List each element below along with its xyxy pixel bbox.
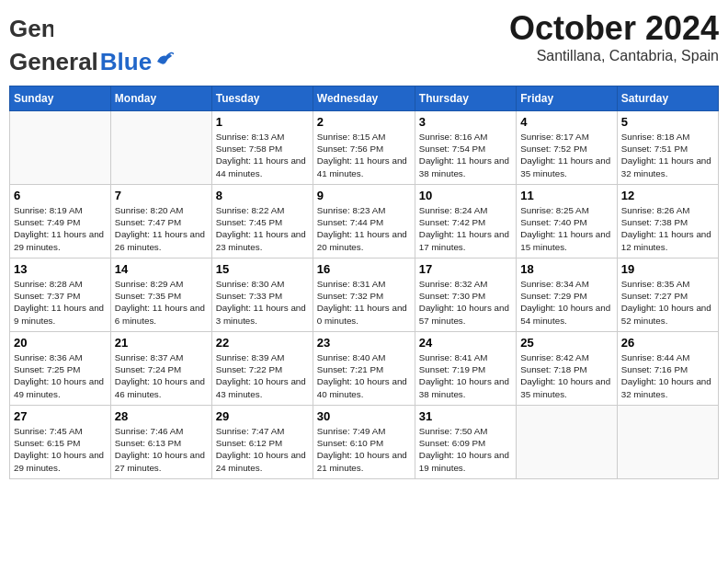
day-info: Sunrise: 8:30 AM Sunset: 7:33 PM Dayligh… bbox=[216, 278, 309, 327]
calendar-cell: 29Sunrise: 7:47 AM Sunset: 6:12 PM Dayli… bbox=[211, 406, 313, 479]
day-number: 15 bbox=[216, 262, 309, 276]
day-number: 30 bbox=[317, 409, 411, 423]
day-number: 3 bbox=[419, 115, 512, 129]
calendar-week-1: 1Sunrise: 8:13 AM Sunset: 7:58 PM Daylig… bbox=[10, 111, 719, 185]
calendar-cell bbox=[10, 111, 111, 185]
day-number: 18 bbox=[520, 262, 613, 276]
calendar-cell: 21Sunrise: 8:37 AM Sunset: 7:24 PM Dayli… bbox=[110, 332, 211, 406]
day-number: 22 bbox=[216, 336, 309, 350]
calendar-cell: 10Sunrise: 8:24 AM Sunset: 7:42 PM Dayli… bbox=[415, 185, 516, 259]
calendar-cell: 7Sunrise: 8:20 AM Sunset: 7:47 PM Daylig… bbox=[110, 185, 211, 259]
month-title: October 2024 bbox=[509, 9, 719, 48]
day-info: Sunrise: 8:13 AM Sunset: 7:58 PM Dayligh… bbox=[216, 131, 309, 179]
calendar-week-5: 27Sunrise: 7:45 AM Sunset: 6:15 PM Dayli… bbox=[10, 406, 719, 479]
day-info: Sunrise: 8:44 AM Sunset: 7:16 PM Dayligh… bbox=[621, 351, 714, 400]
day-info: Sunrise: 8:40 AM Sunset: 7:21 PM Dayligh… bbox=[317, 351, 411, 400]
calendar-week-2: 6Sunrise: 8:19 AM Sunset: 7:49 PM Daylig… bbox=[10, 185, 719, 259]
calendar-cell: 26Sunrise: 8:44 AM Sunset: 7:16 PM Dayli… bbox=[617, 332, 718, 406]
day-number: 25 bbox=[520, 336, 613, 350]
calendar-cell: 2Sunrise: 8:15 AM Sunset: 7:56 PM Daylig… bbox=[313, 111, 415, 185]
day-number: 26 bbox=[621, 336, 714, 350]
day-info: Sunrise: 8:20 AM Sunset: 7:47 PM Dayligh… bbox=[115, 204, 208, 253]
calendar-cell: 22Sunrise: 8:39 AM Sunset: 7:22 PM Dayli… bbox=[211, 332, 313, 406]
calendar-cell: 23Sunrise: 8:40 AM Sunset: 7:21 PM Dayli… bbox=[313, 332, 415, 406]
day-number: 13 bbox=[14, 262, 107, 276]
svg-text:General: General bbox=[9, 15, 53, 42]
day-info: Sunrise: 8:34 AM Sunset: 7:29 PM Dayligh… bbox=[520, 278, 613, 327]
day-number: 27 bbox=[14, 409, 107, 423]
page-header: General General Blue October 2024 Santil… bbox=[9, 9, 719, 76]
day-number: 16 bbox=[317, 262, 411, 276]
header-friday: Friday bbox=[517, 86, 618, 111]
calendar-cell: 13Sunrise: 8:28 AM Sunset: 7:37 PM Dayli… bbox=[10, 259, 111, 332]
calendar-cell: 9Sunrise: 8:23 AM Sunset: 7:44 PM Daylig… bbox=[313, 185, 415, 259]
day-info: Sunrise: 7:45 AM Sunset: 6:15 PM Dayligh… bbox=[14, 425, 107, 474]
day-number: 17 bbox=[419, 262, 512, 276]
day-number: 5 bbox=[621, 115, 714, 129]
day-number: 19 bbox=[621, 262, 714, 276]
day-number: 4 bbox=[520, 115, 613, 129]
day-info: Sunrise: 8:24 AM Sunset: 7:42 PM Dayligh… bbox=[419, 204, 512, 253]
calendar-cell bbox=[617, 406, 718, 479]
header-sunday: Sunday bbox=[10, 86, 111, 111]
calendar-cell: 5Sunrise: 8:18 AM Sunset: 7:51 PM Daylig… bbox=[617, 111, 718, 185]
logo-icon: General bbox=[9, 9, 53, 52]
calendar-cell: 25Sunrise: 8:42 AM Sunset: 7:18 PM Dayli… bbox=[517, 332, 618, 406]
day-info: Sunrise: 8:29 AM Sunset: 7:35 PM Dayligh… bbox=[115, 278, 208, 327]
location-subtitle: Santillana, Cantabria, Spain bbox=[509, 48, 719, 64]
header-thursday: Thursday bbox=[415, 86, 516, 111]
day-number: 20 bbox=[14, 336, 107, 350]
calendar-cell: 19Sunrise: 8:35 AM Sunset: 7:27 PM Dayli… bbox=[617, 259, 718, 332]
calendar-cell: 6Sunrise: 8:19 AM Sunset: 7:49 PM Daylig… bbox=[10, 185, 111, 259]
day-number: 6 bbox=[14, 189, 107, 202]
day-number: 11 bbox=[520, 189, 613, 202]
header-monday: Monday bbox=[110, 86, 211, 111]
calendar-cell: 8Sunrise: 8:22 AM Sunset: 7:45 PM Daylig… bbox=[211, 185, 313, 259]
calendar-cell: 1Sunrise: 8:13 AM Sunset: 7:58 PM Daylig… bbox=[211, 111, 313, 185]
calendar-cell: 30Sunrise: 7:49 AM Sunset: 6:10 PM Dayli… bbox=[313, 406, 415, 479]
day-info: Sunrise: 8:23 AM Sunset: 7:44 PM Dayligh… bbox=[317, 204, 411, 253]
day-info: Sunrise: 8:19 AM Sunset: 7:49 PM Dayligh… bbox=[14, 204, 107, 253]
calendar-cell: 24Sunrise: 8:41 AM Sunset: 7:19 PM Dayli… bbox=[415, 332, 516, 406]
calendar-cell: 17Sunrise: 8:32 AM Sunset: 7:30 PM Dayli… bbox=[415, 259, 516, 332]
header-tuesday: Tuesday bbox=[211, 86, 313, 111]
calendar-cell: 27Sunrise: 7:45 AM Sunset: 6:15 PM Dayli… bbox=[10, 406, 111, 479]
day-number: 10 bbox=[419, 189, 512, 202]
day-info: Sunrise: 8:39 AM Sunset: 7:22 PM Dayligh… bbox=[216, 351, 309, 400]
calendar-cell: 28Sunrise: 7:46 AM Sunset: 6:13 PM Dayli… bbox=[110, 406, 211, 479]
day-info: Sunrise: 8:35 AM Sunset: 7:27 PM Dayligh… bbox=[621, 278, 714, 327]
day-number: 23 bbox=[317, 336, 411, 350]
day-info: Sunrise: 7:50 AM Sunset: 6:09 PM Dayligh… bbox=[419, 425, 512, 474]
calendar-cell bbox=[517, 406, 618, 479]
calendar-week-3: 13Sunrise: 8:28 AM Sunset: 7:37 PM Dayli… bbox=[10, 259, 719, 332]
day-number: 14 bbox=[115, 262, 208, 276]
day-info: Sunrise: 8:41 AM Sunset: 7:19 PM Dayligh… bbox=[419, 351, 512, 400]
calendar-cell bbox=[110, 111, 211, 185]
calendar-cell: 18Sunrise: 8:34 AM Sunset: 7:29 PM Dayli… bbox=[517, 259, 618, 332]
day-info: Sunrise: 7:49 AM Sunset: 6:10 PM Dayligh… bbox=[317, 425, 411, 474]
day-info: Sunrise: 8:42 AM Sunset: 7:18 PM Dayligh… bbox=[520, 351, 613, 400]
logo-bird-icon bbox=[154, 49, 174, 69]
header-wednesday: Wednesday bbox=[313, 86, 415, 111]
day-info: Sunrise: 8:22 AM Sunset: 7:45 PM Dayligh… bbox=[216, 204, 309, 253]
day-info: Sunrise: 8:17 AM Sunset: 7:52 PM Dayligh… bbox=[520, 131, 613, 179]
day-number: 31 bbox=[419, 409, 512, 423]
calendar-cell: 15Sunrise: 8:30 AM Sunset: 7:33 PM Dayli… bbox=[211, 259, 313, 332]
day-number: 24 bbox=[419, 336, 512, 350]
calendar-cell: 4Sunrise: 8:17 AM Sunset: 7:52 PM Daylig… bbox=[517, 111, 618, 185]
day-number: 1 bbox=[216, 115, 309, 129]
calendar-cell: 20Sunrise: 8:36 AM Sunset: 7:25 PM Dayli… bbox=[10, 332, 111, 406]
header-saturday: Saturday bbox=[617, 86, 718, 111]
day-info: Sunrise: 8:26 AM Sunset: 7:38 PM Dayligh… bbox=[621, 204, 714, 253]
calendar-table: SundayMondayTuesdayWednesdayThursdayFrid… bbox=[9, 86, 719, 479]
day-number: 21 bbox=[115, 336, 208, 350]
logo-blue: Blue bbox=[100, 48, 152, 76]
day-number: 9 bbox=[317, 189, 411, 202]
calendar-week-4: 20Sunrise: 8:36 AM Sunset: 7:25 PM Dayli… bbox=[10, 332, 719, 406]
day-info: Sunrise: 8:37 AM Sunset: 7:24 PM Dayligh… bbox=[115, 351, 208, 400]
day-number: 2 bbox=[317, 115, 411, 129]
day-info: Sunrise: 8:36 AM Sunset: 7:25 PM Dayligh… bbox=[14, 351, 107, 400]
logo: General General Blue bbox=[9, 9, 174, 76]
calendar-cell: 12Sunrise: 8:26 AM Sunset: 7:38 PM Dayli… bbox=[617, 185, 718, 259]
calendar-cell: 31Sunrise: 7:50 AM Sunset: 6:09 PM Dayli… bbox=[415, 406, 516, 479]
